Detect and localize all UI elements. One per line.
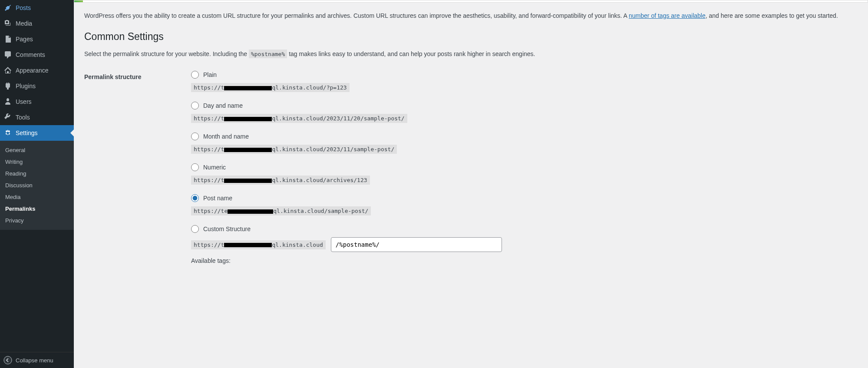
menu-label: Users [16,98,32,105]
pages-icon [3,35,12,43]
pin-icon [3,3,12,12]
radio-plain[interactable] [191,71,199,79]
main-content: WordPress offers you the ability to crea… [74,0,868,368]
menu-label: Media [16,20,32,27]
media-icon [3,19,12,28]
menu-label: Appearance [16,67,49,74]
url-example-numeric: https://tql.kinsta.cloud/archives/123 [191,176,370,185]
sidebar-item-posts[interactable]: Posts [0,0,74,16]
form-fields: Plain https://tql.kinsta.cloud/?p=123 Da… [191,69,858,267]
sidebar-item-comments[interactable]: Comments [0,47,74,63]
settings-submenu: General Writing Reading Discussion Media… [0,141,74,230]
menu-label: Settings [16,129,38,136]
collapse-menu-button[interactable]: Collapse menu [0,352,74,368]
radio-day-name[interactable] [191,102,199,109]
submenu-media[interactable]: Media [0,191,74,203]
sidebar-item-users[interactable]: Users [0,94,74,109]
settings-icon [3,129,12,137]
option-plain: Plain https://tql.kinsta.cloud/?p=123 [191,69,858,97]
admin-sidebar: Posts Media Pages Comments Appearance Pl… [0,0,74,368]
radio-month-name[interactable] [191,133,199,140]
sidebar-item-settings[interactable]: Settings [0,125,74,141]
sidebar-item-pages[interactable]: Pages [0,31,74,47]
available-tags-label: Available tags: [191,257,858,264]
radio-label-custom[interactable]: Custom Structure [191,223,858,235]
appearance-icon [3,66,12,75]
submenu-writing[interactable]: Writing [0,156,74,168]
radio-custom[interactable] [191,225,199,233]
custom-structure-input[interactable] [331,237,502,252]
submenu-privacy[interactable]: Privacy [0,215,74,226]
intro-text: WordPress offers you the ability to crea… [84,11,858,20]
radio-label-day-name[interactable]: Day and name [191,100,858,111]
tools-icon [3,113,12,122]
menu-label: Pages [16,36,33,43]
section-heading: Common Settings [84,31,858,43]
permalink-form: Permalink structure Plain https://tql.ki… [84,69,858,267]
menu-label: Tools [16,114,30,121]
submenu-general[interactable]: General [0,144,74,156]
progress-fill [74,0,83,2]
url-example-plain: https://tql.kinsta.cloud/?p=123 [191,83,350,92]
radio-label-plain[interactable]: Plain [191,69,858,80]
submenu-permalinks[interactable]: Permalinks [0,203,74,215]
tags-link[interactable]: number of tags are available [629,12,706,19]
radio-label-numeric[interactable]: Numeric [191,162,858,173]
sidebar-item-media[interactable]: Media [0,16,74,31]
postname-tag: %postname% [249,50,287,58]
menu-label: Comments [16,51,45,58]
menu-label: Plugins [16,83,36,90]
radio-numeric[interactable] [191,163,199,171]
option-post-name: Post name https://teql.kinsta.cloud/samp… [191,192,858,221]
radio-label-post-name[interactable]: Post name [191,192,858,204]
sidebar-item-plugins[interactable]: Plugins [0,78,74,94]
url-example-day-name: https://tql.kinsta.cloud/2023/11/20/samp… [191,114,407,123]
sidebar-item-appearance[interactable]: Appearance [0,63,74,78]
progress-bar [74,0,868,3]
hint-text: Select the permalink structure for your … [84,50,858,59]
collapse-label: Collapse menu [16,357,53,364]
url-example-post-name: https://teql.kinsta.cloud/sample-post/ [191,206,371,215]
option-numeric: Numeric https://tql.kinsta.cloud/archive… [191,162,858,190]
radio-post-name[interactable] [191,194,199,202]
comments-icon [3,50,12,59]
users-icon [3,97,12,106]
plugins-icon [3,82,12,90]
svg-point-0 [4,356,12,364]
url-base-custom: https://tql.kinsta.cloud [191,240,326,249]
option-month-name: Month and name https://tql.kinsta.cloud/… [191,131,858,159]
collapse-icon [3,356,12,365]
option-custom: Custom Structure https://tql.kinsta.clou… [191,223,858,264]
sidebar-item-tools[interactable]: Tools [0,109,74,125]
radio-label-month-name[interactable]: Month and name [191,131,858,142]
option-day-name: Day and name https://tql.kinsta.cloud/20… [191,100,858,128]
submenu-reading[interactable]: Reading [0,168,74,179]
form-label: Permalink structure [84,69,191,267]
url-example-month-name: https://tql.kinsta.cloud/2023/11/sample-… [191,145,397,154]
menu-label: Posts [16,4,31,11]
submenu-discussion[interactable]: Discussion [0,179,74,191]
